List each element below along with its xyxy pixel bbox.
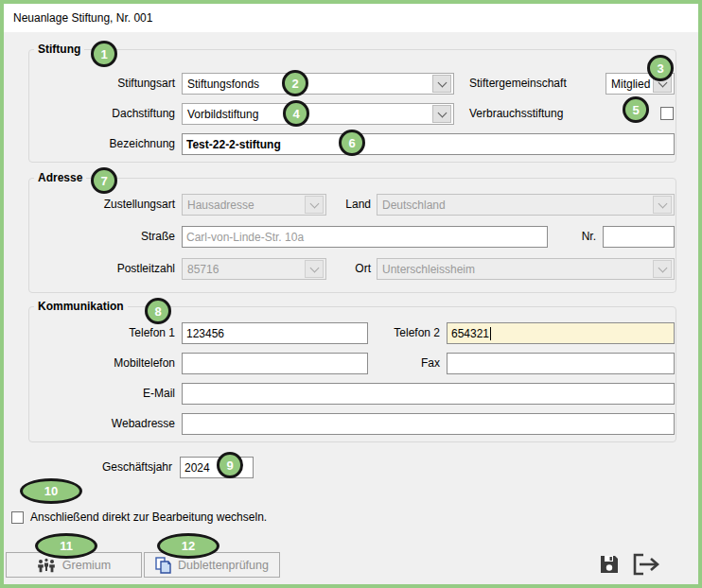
chevron-down-icon [305,196,324,214]
telefon1-label: Telefon 1 [43,322,175,344]
stiftungsart-select[interactable]: Stiftungsfonds [182,73,454,95]
exit-arrow-icon [632,553,660,576]
mobiltelefon-label: Mobiltelefon [43,353,175,374]
annotation-badge-6: 6 [339,130,365,156]
copy-pages-icon [155,557,171,574]
telefon2-value: 654321 [451,327,489,340]
land-label: Land [333,194,371,216]
annotation-badge-10: 10 [20,478,82,504]
strasse-label: Straße [43,226,175,248]
annotation-badge-3: 3 [647,55,674,81]
stiftergemeinschaft-value: Mitglied [606,78,651,91]
group-adresse-legend: Adresse [34,171,86,184]
postleitzahl-select: 85716 [182,258,326,280]
ort-select: Unterschleissheim [377,258,675,280]
stiftungsart-label: Stiftungsart [43,73,175,95]
fax-input[interactable] [447,353,675,374]
geschaeftsjahr-label: Geschäftsjahr [40,457,172,478]
telefon2-label: Telefon 2 [378,322,440,344]
annotation-badge-1: 1 [91,41,117,67]
webadresse-input[interactable] [182,413,675,435]
postleitzahl-label: Postleitzahl [43,258,175,280]
stiftergemeinschaft-label: Stiftergemeinschaft [469,73,567,95]
chevron-down-icon [653,196,672,214]
annotation-badge-2: 2 [282,70,308,96]
ort-label: Ort [333,258,371,280]
floppy-disk-icon [598,553,621,576]
mobiltelefon-input[interactable] [182,353,368,374]
nr-input[interactable] [603,226,675,248]
verbrauchsstiftung-checkbox[interactable] [660,107,674,120]
land-value: Deutschland [377,199,651,212]
group-stiftung-legend: Stiftung [34,43,84,56]
dachstiftung-label: Dachstiftung [43,103,175,125]
zustellungsart-label: Zustellungsart [43,194,175,216]
people-group-icon [37,557,56,573]
followup-checkbox-label: Anschließend direkt zur Bearbeitung wech… [30,507,267,528]
exit-button[interactable] [630,551,662,578]
gremium-button-label: Gremium [62,559,111,572]
telefon2-input[interactable]: 654321 [447,322,675,344]
bezeichnung-label: Bezeichnung [43,133,175,155]
email-input[interactable] [182,383,675,405]
nr-label: Nr. [560,226,596,248]
telefon1-input[interactable] [182,322,368,344]
chevron-down-icon[interactable] [432,105,451,123]
save-button[interactable] [596,551,623,578]
zustellungsart-select: Hausadresse [182,194,326,216]
annotation-badge-8: 8 [145,298,171,324]
postleitzahl-value: 85716 [183,263,303,276]
dachstiftung-select[interactable]: Vorbildstiftung [182,103,454,125]
annotation-badge-12: 12 [157,533,219,559]
ort-value: Unterschleissheim [377,263,651,276]
email-label: E-Mail [43,383,175,405]
dublettenpruefung-button[interactable]: Dublettenprüfung [144,552,280,578]
group-kommunikation-legend: Kommunikation [34,300,128,313]
land-select: Deutschland [377,194,675,216]
followup-checkbox[interactable] [11,511,24,524]
bezeichnung-input[interactable] [182,133,675,155]
annotation-badge-9: 9 [217,452,243,478]
strasse-input[interactable] [182,226,548,248]
dialog-neuanlage-stiftung: Neuanlage Stiftung, Nr. 001 Stiftung Sti… [0,0,702,588]
annotation-badge-7: 7 [91,167,117,194]
webadresse-label: Webadresse [43,413,175,435]
chevron-down-icon [653,260,672,278]
title-bar: Neuanlage Stiftung, Nr. 001 [4,4,698,32]
annotation-badge-11: 11 [35,533,97,559]
annotation-badge-4: 4 [283,100,309,127]
chevron-down-icon[interactable] [432,75,451,93]
window-title: Neuanlage Stiftung, Nr. 001 [13,4,152,32]
chevron-down-icon [305,260,324,278]
dublettenpruefung-button-label: Dublettenprüfung [178,559,269,572]
annotation-badge-5: 5 [623,96,649,123]
zustellungsart-value: Hausadresse [183,199,303,212]
text-caret [490,327,491,340]
fax-label: Fax [378,353,440,374]
verbrauchsstiftung-label: Verbrauchsstiftung [469,103,563,125]
